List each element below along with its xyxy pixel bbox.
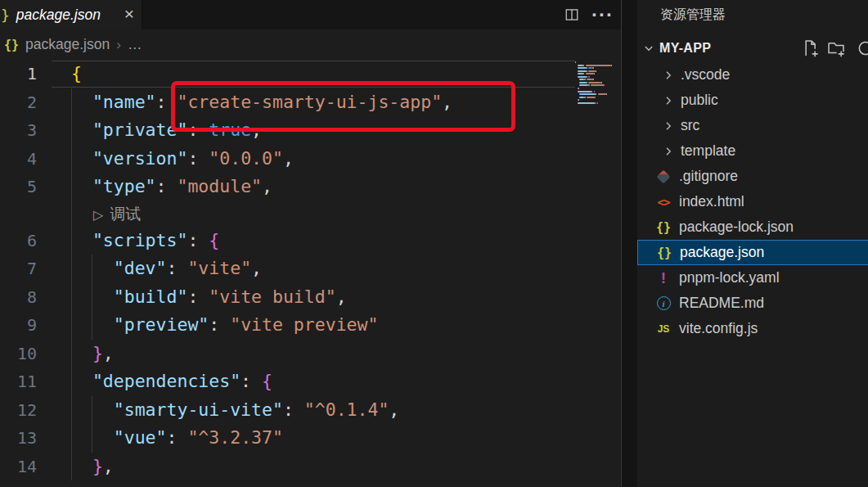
minimap-line <box>588 84 589 86</box>
tree-item-package-lock.json[interactable]: {}package-lock.json <box>637 214 868 240</box>
token <box>71 484 92 487</box>
minimap-line <box>591 84 605 86</box>
tree-item-public[interactable]: public <box>637 88 868 113</box>
token <box>71 427 114 448</box>
breadcrumb-separator-icon: › <box>116 37 121 53</box>
code-line-2[interactable]: "name": "create-smarty-ui-js-app", <box>71 88 452 117</box>
token: "vite" <box>187 258 251 278</box>
minimap-line <box>600 82 601 83</box>
line-number-11[interactable]: 11 <box>0 368 37 396</box>
tab-title: package.json <box>16 7 101 24</box>
token: : <box>187 286 198 307</box>
breadcrumb-file[interactable]: package.json <box>25 36 110 53</box>
line-number-7[interactable]: 7 <box>0 255 37 283</box>
code-line-5[interactable]: "type": "module", <box>71 173 272 201</box>
new-file-icon[interactable] <box>801 39 819 57</box>
line-number-1[interactable]: 1 <box>0 60 37 88</box>
code-line-7[interactable]: "dev": "vite", <box>71 255 262 283</box>
tree-item-vite.config.js[interactable]: JSvite.config.js <box>637 316 868 341</box>
token: "^3.2.37" <box>187 427 283 448</box>
minimap-line <box>578 88 579 89</box>
token <box>251 371 262 391</box>
line-number-14[interactable]: 14 <box>0 453 37 481</box>
token: "module" <box>177 176 262 196</box>
token: { <box>262 371 272 391</box>
code-line-6[interactable]: "scripts": { <box>71 227 219 255</box>
minimap-line <box>588 70 596 72</box>
minimap-line <box>586 73 594 74</box>
token: "dev" <box>114 258 167 278</box>
section-label: MY-APP <box>659 41 711 56</box>
line-number-12[interactable]: 12 <box>0 396 37 425</box>
tree-item-src[interactable]: src <box>637 113 868 138</box>
tree-item-.gitignore[interactable]: .gitignore <box>637 164 868 189</box>
minimap-line <box>594 91 595 92</box>
token: "vite preview" <box>230 314 378 335</box>
editor-actions: ··· <box>564 0 621 29</box>
new-folder-icon[interactable] <box>827 39 845 57</box>
editor-pane[interactable]: 123456789101112131415 { "name": "create-… <box>0 60 621 487</box>
token <box>71 343 92 363</box>
minimap-line <box>606 93 607 95</box>
tree-item-label: .gitignore <box>679 168 738 185</box>
tree-item-pnpm-lock.yaml[interactable]: !pnpm-lock.yaml <box>637 265 868 291</box>
tree-item-.vscode[interactable]: .vscode <box>637 62 868 88</box>
line-number-2[interactable]: 2 <box>0 88 37 117</box>
minimap-line <box>588 82 600 83</box>
token: { <box>209 230 219 250</box>
line-number-15[interactable]: 15 <box>0 480 37 487</box>
line-number-13[interactable]: 13 <box>0 424 37 453</box>
json-brace-icon: } <box>1 7 10 24</box>
line-number-9[interactable]: 9 <box>0 311 37 340</box>
more-actions-icon[interactable]: ··· <box>591 11 614 19</box>
sidebar-title: 资源管理器 <box>660 7 726 24</box>
token: "type" <box>92 176 156 196</box>
chevron-right-icon <box>662 119 675 133</box>
tree-item-label: public <box>681 92 718 109</box>
token: "devDependencies" <box>92 484 272 487</box>
refresh-icon[interactable] <box>857 39 868 57</box>
minimap-line <box>588 76 589 78</box>
tab-package-json[interactable]: } package.json × <box>0 0 142 29</box>
token: : <box>187 230 198 250</box>
minimap-line <box>596 70 596 72</box>
line-number-5[interactable]: 5 <box>0 173 37 201</box>
minimap-line <box>584 79 585 80</box>
json-file-icon: {} <box>654 246 674 260</box>
code-line-13[interactable]: "vue": "^3.2.37" <box>71 424 283 453</box>
code-line-4[interactable]: "version": "0.0.0", <box>71 145 294 174</box>
line-number-6[interactable]: 6 <box>0 227 37 255</box>
token <box>198 230 209 250</box>
minimap-line <box>587 70 587 72</box>
line-number-10[interactable]: 10 <box>0 340 37 368</box>
code-line-9[interactable]: "preview": "vite preview" <box>71 311 378 340</box>
code-line-3[interactable]: "private": true, <box>71 116 262 145</box>
close-icon[interactable]: × <box>124 3 134 25</box>
code-line-10[interactable]: }, <box>71 340 114 368</box>
code-line-1[interactable]: { <box>71 60 82 88</box>
codelens-debug[interactable]: ▷调试 <box>93 201 141 227</box>
code-line-8[interactable]: "build": "vite build", <box>71 283 347 312</box>
tree-item-README.md[interactable]: iREADME.md <box>637 291 868 316</box>
split-editor-icon[interactable] <box>564 7 580 22</box>
code-line-12[interactable]: "smarty-ui-vite": "^0.1.4", <box>71 396 399 425</box>
minimap-line <box>596 102 597 104</box>
token: "0.0.0" <box>209 148 283 169</box>
play-icon: ▷ <box>93 208 103 222</box>
token: "dependencies" <box>92 371 241 391</box>
minimap[interactable] <box>575 61 614 109</box>
section-my-app[interactable]: MY-APP <box>637 36 868 61</box>
tree-item-package.json[interactable]: {}package.json <box>637 240 868 265</box>
minimap-line <box>587 76 587 78</box>
token: "create-smarty-ui-js-app" <box>177 92 442 112</box>
token: : <box>156 92 167 112</box>
code-line-15[interactable]: "devDependencies": { <box>71 480 304 487</box>
tree-item-template[interactable]: template <box>637 138 868 164</box>
code-line-14[interactable]: }, <box>71 453 114 481</box>
tree-item-index.html[interactable]: <>index.html <box>637 189 868 214</box>
code-line-11[interactable]: "dependencies": { <box>71 368 272 396</box>
line-number-8[interactable]: 8 <box>0 283 37 312</box>
line-number-3[interactable]: 3 <box>0 116 37 145</box>
breadcrumb-ellipsis[interactable]: … <box>128 36 142 53</box>
line-number-4[interactable]: 4 <box>0 145 37 174</box>
